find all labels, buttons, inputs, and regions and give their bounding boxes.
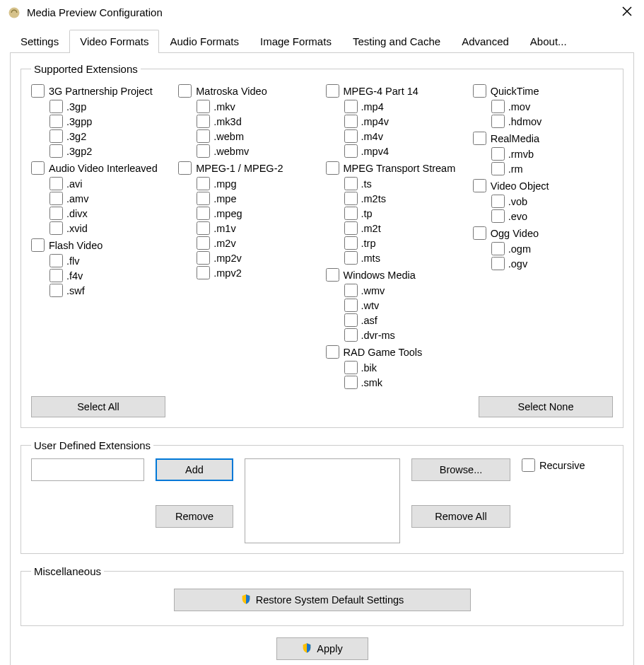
group-windows-media-checkbox[interactable] (326, 268, 339, 282)
extdivx-checkbox[interactable] (49, 207, 63, 220)
extf4v-checkbox[interactable] (49, 269, 63, 282)
select-all-button[interactable]: Select All (31, 396, 165, 417)
ext-column-3: MPEG-4 Part 14.mp4.mp4v.m4v.mpv4MPEG Tra… (326, 82, 466, 391)
group-mpeg-4-part-14-checkbox[interactable] (326, 84, 339, 98)
extts-checkbox[interactable] (344, 177, 358, 190)
group-matroska-video-checkbox[interactable] (178, 84, 192, 98)
exttp-checkbox[interactable] (344, 207, 358, 220)
extmpe-checkbox[interactable] (197, 192, 210, 205)
extmp4-label: .mp4 (361, 101, 384, 112)
extmk3d-checkbox[interactable] (197, 115, 210, 128)
tab-video-formats[interactable]: Video Formats (69, 30, 159, 53)
extasf-checkbox[interactable] (344, 313, 358, 327)
recursive-checkbox[interactable] (522, 458, 535, 472)
group-realmedia-checkbox[interactable] (473, 132, 486, 145)
ext3gp2-checkbox[interactable] (49, 144, 63, 158)
extmp2v-checkbox[interactable] (197, 251, 210, 265)
group-flash-video-checkbox[interactable] (31, 238, 45, 252)
extavi-checkbox[interactable] (49, 177, 63, 190)
extm2t-checkbox[interactable] (344, 221, 358, 235)
extmkv-checkbox[interactable] (197, 100, 210, 113)
ext3gpp-checkbox[interactable] (49, 115, 63, 128)
group-rad-game-tools-checkbox[interactable] (326, 345, 339, 359)
extogv-checkbox[interactable] (491, 257, 505, 270)
group-audio-video-interleaved-checkbox[interactable] (31, 161, 45, 175)
tab-advanced[interactable]: Advanced (451, 30, 520, 53)
extension-input[interactable] (31, 458, 144, 481)
tab-about[interactable]: About... (520, 30, 578, 53)
extogm-checkbox[interactable] (491, 242, 505, 255)
group-mpeg-1-mpeg-2-checkbox[interactable] (178, 161, 192, 175)
extm4v-checkbox[interactable] (344, 129, 358, 143)
extasf-label: .asf (361, 315, 377, 326)
extmpv2-checkbox[interactable] (197, 266, 210, 279)
extwtv-checkbox[interactable] (344, 299, 358, 312)
group-video-object-checkbox[interactable] (473, 179, 486, 192)
add-button[interactable]: Add (156, 458, 233, 481)
extmpeg-label: .mpeg (213, 208, 242, 219)
extwmv-checkbox[interactable] (344, 284, 358, 297)
extmpeg-checkbox[interactable] (197, 207, 210, 220)
extm1v-checkbox[interactable] (197, 221, 210, 235)
extswf-checkbox[interactable] (49, 284, 63, 297)
tab-image-formats[interactable]: Image Formats (250, 30, 342, 53)
extvob-checkbox[interactable] (491, 195, 505, 208)
remove-button[interactable]: Remove (156, 505, 233, 528)
extrm-checkbox[interactable] (491, 162, 505, 175)
group-quicktime-checkbox[interactable] (473, 84, 486, 98)
extmov-label: .mov (508, 101, 530, 112)
extm2v-checkbox[interactable] (197, 236, 210, 250)
extensions-listbox[interactable] (245, 458, 400, 543)
tab-testing-cache[interactable]: Testing and Cache (342, 30, 451, 53)
extmts-checkbox[interactable] (344, 251, 358, 265)
close-icon[interactable] (617, 4, 637, 21)
extts-label: .ts (361, 178, 372, 190)
group-mpeg-4-part-14-label: MPEG-4 Part 14 (344, 86, 418, 97)
extevo-checkbox[interactable] (491, 209, 505, 223)
extmpe-label: .mpe (213, 193, 236, 204)
extbik-checkbox[interactable] (344, 361, 358, 374)
extwebmv-checkbox[interactable] (197, 144, 210, 158)
extflv-label: .flv (66, 255, 80, 267)
extevo-label: .evo (508, 211, 527, 222)
extflv-checkbox[interactable] (49, 254, 63, 267)
extsmk-label: .smk (361, 377, 383, 388)
extmpg-checkbox[interactable] (197, 177, 210, 190)
tab-settings[interactable]: Settings (10, 30, 69, 53)
extf4v-label: .f4v (66, 270, 83, 282)
ext3g2-checkbox[interactable] (49, 129, 63, 143)
group-3g-partnership-project-checkbox[interactable] (31, 84, 45, 98)
exthdmov-checkbox[interactable] (491, 115, 505, 128)
group-video-object-label: Video Object (491, 180, 549, 192)
extmpv2-label: .mpv2 (213, 267, 242, 279)
extwebm-checkbox[interactable] (197, 129, 210, 143)
select-none-button[interactable]: Select None (479, 396, 613, 417)
apply-button[interactable]: Apply (276, 637, 368, 660)
extmov-checkbox[interactable] (491, 100, 505, 113)
restore-defaults-button[interactable]: Restore System Default Settings (174, 589, 471, 611)
group-matroska-video-label: Matroska Video (196, 86, 267, 97)
extmpv4-checkbox[interactable] (344, 144, 358, 158)
extwebm-label: .webm (213, 131, 244, 142)
extmp2v-label: .mp2v (213, 253, 242, 264)
extmp4v-checkbox[interactable] (344, 115, 358, 128)
tab-audio-formats[interactable]: Audio Formats (159, 30, 250, 53)
group-mpeg-transport-stream-checkbox[interactable] (326, 161, 339, 175)
extamv-checkbox[interactable] (49, 192, 63, 205)
extdvr-ms-checkbox[interactable] (344, 328, 358, 342)
supported-extensions-group: Supported Extensions 3G Partnership Proj… (21, 63, 623, 428)
extsmk-checkbox[interactable] (344, 376, 358, 389)
exttrp-label: .trp (361, 238, 376, 249)
browse-button[interactable]: Browse... (411, 458, 510, 481)
ext3gp-checkbox[interactable] (49, 100, 63, 113)
extmk3d-label: .mk3d (213, 116, 242, 127)
exttrp-checkbox[interactable] (344, 236, 358, 250)
group-ogg-video-checkbox[interactable] (473, 226, 486, 240)
extm2ts-checkbox[interactable] (344, 192, 358, 205)
ext-column-1: 3G Partnership Project.3gp.3gpp.3g2.3gp2… (31, 82, 171, 391)
extmpg-label: .mpg (213, 178, 236, 190)
extxvid-checkbox[interactable] (49, 221, 63, 235)
remove-all-button[interactable]: Remove All (411, 505, 510, 528)
extrmvb-checkbox[interactable] (491, 147, 505, 161)
extmp4-checkbox[interactable] (344, 100, 358, 113)
